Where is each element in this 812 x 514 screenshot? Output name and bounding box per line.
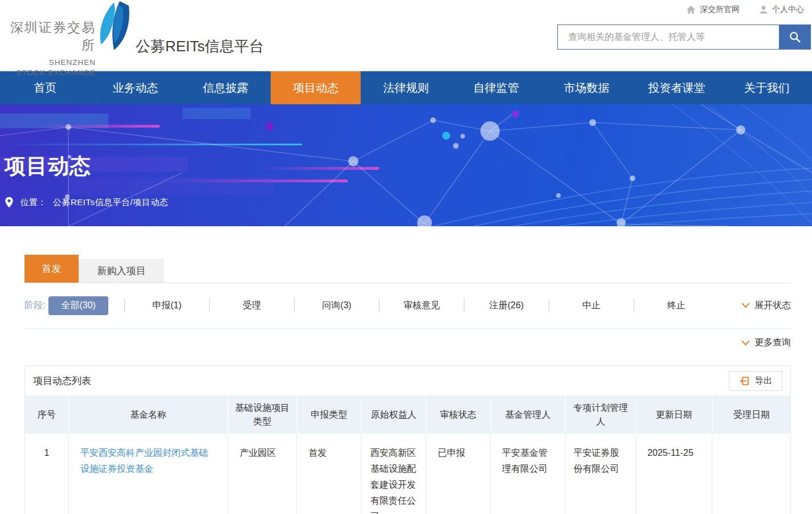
tab-ipo[interactable]: 首发 xyxy=(25,255,79,283)
cell-plan-manager: 平安证券股份有限公司 xyxy=(565,434,636,514)
nav-item-about-us[interactable]: 关于我们 xyxy=(722,71,812,104)
cell-fund-name: 平安西安高科产业园封闭式基础设施证券投资基金 xyxy=(69,434,228,514)
cell-original-owner: 西安高新区基础设施配套建设开发有限责任公司 xyxy=(361,434,426,514)
nav-item-legal-rules[interactable]: 法律规则 xyxy=(361,71,451,104)
official-site-link[interactable]: 深交所官网 xyxy=(686,5,740,15)
stage-option-registered[interactable]: 注册(26) xyxy=(464,300,549,312)
tab-bar: 首发 新购入项目 xyxy=(25,255,791,283)
cell-update-date: 2025-11-25 xyxy=(636,434,712,514)
col-review-status: 审核状态 xyxy=(426,395,491,434)
project-table: 序号 基金名称 基础设施项目类型 申报类型 原始权益人 审核状态 基金管理人 专… xyxy=(25,395,790,514)
breadcrumb: 位置： 公募REITs信息平台/项目动态 xyxy=(5,197,168,208)
user-icon xyxy=(759,5,768,14)
szse-logo-text[interactable]: 深圳证券交易所 SHENZHEN STOCK EXCHANGE xyxy=(6,19,96,78)
stage-option-inquiry[interactable]: 问询(3) xyxy=(295,300,379,312)
breadcrumb-path: 公募REITs信息平台/项目动态 xyxy=(53,197,168,208)
page-title: 项目动态 xyxy=(5,152,91,181)
more-query-label: 更多查询 xyxy=(754,337,791,349)
search-input[interactable] xyxy=(558,25,779,49)
more-query-toggle[interactable]: 更多查询 xyxy=(741,337,791,349)
nav-item-business-news[interactable]: 业务动态 xyxy=(90,71,180,104)
table-header-row: 序号 基金名称 基础设施项目类型 申报类型 原始权益人 审核状态 基金管理人 专… xyxy=(25,395,790,434)
col-accept-date: 受理日期 xyxy=(712,395,790,434)
expand-status-toggle[interactable]: 展开状态 xyxy=(741,300,791,312)
col-update-date: 更新日期 xyxy=(636,395,712,434)
chevron-down-icon xyxy=(741,303,750,308)
cell-review-status: 已申报 xyxy=(426,434,491,514)
nav-item-disclosure[interactable]: 信息披露 xyxy=(181,71,271,104)
logo-en-line1: SHENZHEN xyxy=(6,58,96,68)
szse-logo-icon xyxy=(97,1,132,51)
stage-option-all[interactable]: 全部(30) xyxy=(48,296,108,315)
card-header: 项目动态列表 导出 xyxy=(25,366,790,395)
stage-option-review-opinion[interactable]: 审核意见 xyxy=(380,300,464,312)
nav-item-investor-class[interactable]: 投资者课堂 xyxy=(631,71,721,104)
col-seq: 序号 xyxy=(25,395,69,434)
search-box xyxy=(557,25,811,50)
export-button[interactable]: 导出 xyxy=(729,371,782,391)
stage-option-declared[interactable]: 申报(1) xyxy=(125,300,209,312)
chevron-down-icon xyxy=(741,340,750,346)
main-nav: 首页 业务动态 信息披露 项目动态 法律规则 自律监管 市场数据 投资者课堂 关… xyxy=(0,71,812,104)
breadcrumb-label: 位置： xyxy=(21,197,46,208)
topbar: 深圳证券交易所 SHENZHEN STOCK EXCHANGE 公募REITs信… xyxy=(0,0,812,71)
stage-option-terminated[interactable]: 终止 xyxy=(634,300,719,312)
nav-item-self-regulation[interactable]: 自律监管 xyxy=(451,71,541,104)
col-fund-manager: 基金管理人 xyxy=(491,395,566,434)
personal-center-link[interactable]: 个人中心 xyxy=(759,5,804,15)
nav-item-project-updates[interactable]: 项目动态 xyxy=(271,71,361,104)
nav-item-market-data[interactable]: 市场数据 xyxy=(541,71,631,104)
search-button[interactable] xyxy=(779,25,810,49)
cell-fund-manager: 平安基金管理有限公司 xyxy=(491,434,566,514)
stage-label: 阶段: xyxy=(25,300,45,312)
col-fund-name: 基金名称 xyxy=(69,395,228,434)
expand-status-label: 展开状态 xyxy=(754,300,791,312)
logo-cn: 深圳证券交易所 xyxy=(6,19,96,54)
stage-filter: 阶段: 全部(30) 申报(1) 受理 问询(3) 审核意见 注册(26) 中止… xyxy=(25,296,791,315)
col-apply-type: 申报类型 xyxy=(297,395,361,434)
cell-apply-type: 首发 xyxy=(297,434,361,514)
project-list-card: 项目动态列表 导出 序号 基金名称 基础设施项目类型 xyxy=(25,365,791,514)
tab-new-acquisition[interactable]: 新购入项目 xyxy=(79,259,164,283)
cell-infra-type: 产业园区 xyxy=(228,434,297,514)
stage-option-accepted[interactable]: 受理 xyxy=(210,300,294,312)
table-row: 1 平安西安高科产业园封闭式基础设施证券投资基金 产业园区 首发 西安高新区基础… xyxy=(25,434,790,514)
search-icon xyxy=(789,31,801,43)
cell-accept-date xyxy=(712,434,790,514)
logo-en: SHENZHEN STOCK EXCHANGE xyxy=(6,58,96,78)
main-content: 首发 新购入项目 阶段: 全部(30) 申报(1) 受理 问询(3) 审核意见 … xyxy=(0,255,812,514)
stage-option-suspended[interactable]: 中止 xyxy=(549,300,634,312)
top-links: 深交所官网 个人中心 xyxy=(686,5,804,15)
location-pin-icon xyxy=(5,197,14,208)
more-query-row: 更多查询 xyxy=(25,329,791,349)
list-title: 项目动态列表 xyxy=(33,374,91,387)
home-icon xyxy=(686,5,696,14)
cell-seq: 1 xyxy=(25,434,69,514)
export-label: 导出 xyxy=(755,376,772,386)
col-plan-manager: 专项计划管理人 xyxy=(565,395,636,434)
platform-title: 公募REITs信息平台 xyxy=(136,36,264,56)
logo-en-line2: STOCK EXCHANGE xyxy=(6,68,96,78)
export-icon xyxy=(739,376,750,386)
official-site-label: 深交所官网 xyxy=(700,5,740,15)
fund-name-link[interactable]: 平安西安高科产业园封闭式基础设施证券投资基金 xyxy=(80,448,208,474)
col-infra-type: 基础设施项目类型 xyxy=(228,395,297,434)
page-banner: 项目动态 位置： 公募REITs信息平台/项目动态 xyxy=(0,104,812,226)
col-original-owner: 原始权益人 xyxy=(361,395,426,434)
personal-center-label: 个人中心 xyxy=(772,5,804,15)
